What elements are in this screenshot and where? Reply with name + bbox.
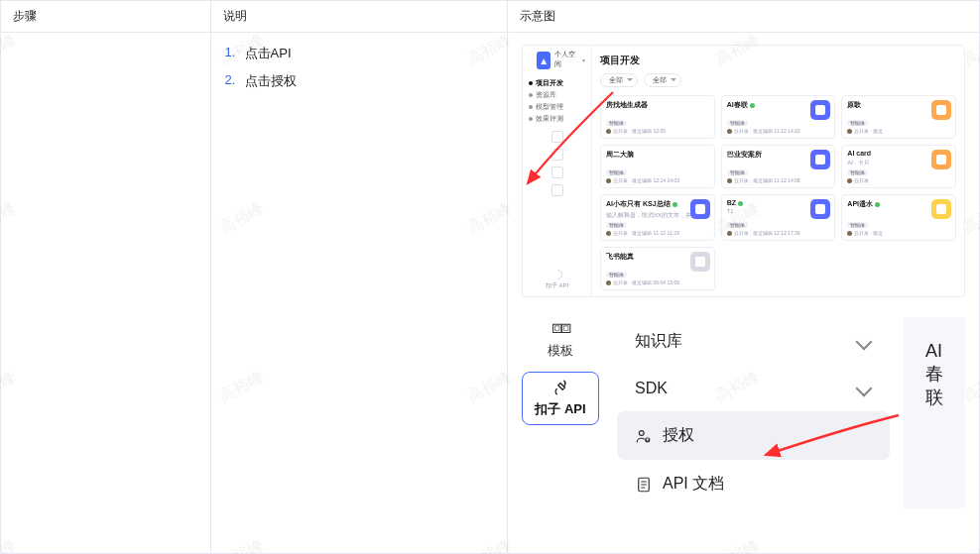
- step-item: 点击授权: [225, 72, 493, 90]
- project-card[interactable]: API遗水智能体云开发 · 最近: [841, 194, 956, 241]
- col-desc-body: 点击API 点击授权: [211, 33, 507, 553]
- card-badge: 智能体: [847, 169, 868, 175]
- menu-item-api-docs[interactable]: API 文档: [617, 460, 890, 508]
- menu-item-label: API 文档: [663, 474, 724, 495]
- col-desc-header: 说明: [211, 1, 507, 33]
- card-badge: 智能体: [847, 120, 868, 126]
- card-meta: 云开发 · 最近编辑 12:12 17:39: [727, 230, 830, 236]
- sidebar-api-label: 扣子 API: [546, 282, 568, 288]
- card-app-icon: [810, 150, 830, 169]
- card-app-icon: [931, 150, 951, 169]
- menu-item-label: 授权: [663, 425, 694, 446]
- col-desc: 说明 点击API 点击授权: [211, 0, 508, 554]
- chevron-down-icon: [856, 381, 873, 397]
- document-icon: [635, 476, 653, 494]
- mini-screenshot: ▲ 个人空间 ▾ 项目开发 资源库 模型管理 效果评测: [522, 45, 965, 297]
- project-card[interactable]: 飞书能真智能体云开发 · 最近编辑 09:04 13:09: [600, 247, 715, 290]
- menu-item-sdk[interactable]: SDK: [617, 366, 890, 411]
- sidebar-item-eval[interactable]: 效果评测: [523, 113, 591, 125]
- sidebar-tool-icons: [523, 131, 591, 196]
- menu-item-knowledge[interactable]: 知识库: [617, 317, 890, 366]
- project-card[interactable]: AI春联智能体云开发 · 最近编辑 11:12 14:22: [721, 95, 836, 139]
- plug-icon: [550, 268, 563, 281]
- card-meta: 云开发 · 最近: [847, 230, 950, 236]
- filters: 全部 全部: [600, 73, 956, 87]
- workspace-name: 个人空间: [554, 50, 577, 69]
- menu-item-auth[interactable]: 授权: [617, 411, 890, 460]
- sidebar-item-model-mgmt[interactable]: 模型管理: [523, 101, 591, 113]
- plug-icon: [551, 379, 569, 396]
- card-title: 巴业安案所: [727, 150, 821, 160]
- card-title: 周二大脑: [606, 150, 700, 160]
- verified-icon: [738, 201, 743, 206]
- card-badge: 智能体: [727, 169, 748, 175]
- filter-select[interactable]: 全部: [644, 73, 681, 87]
- col-diagram-body: ▲ 个人空间 ▾ 项目开发 资源库 模型管理 效果评测: [508, 33, 979, 553]
- card-meta: 云开发 · 最近编辑 11:12 14:22: [727, 128, 830, 134]
- workspace-avatar[interactable]: ▲: [537, 52, 551, 69]
- api-button-label: 扣子 API: [535, 400, 585, 418]
- menu-item-label: 知识库: [635, 331, 682, 352]
- sidebar-tool-icon[interactable]: [551, 166, 563, 178]
- project-card[interactable]: AI cardAI · 卡片智能体云开发: [841, 145, 956, 188]
- cards-grid: 房找地生成器智能体云开发 · 最近编辑 12:05AI春联智能体云开发 · 最近…: [600, 95, 956, 290]
- card-title: 房找地生成器: [606, 100, 700, 110]
- chevron-down-icon[interactable]: ▾: [582, 56, 585, 63]
- card-meta: 云开发 · 最近: [847, 128, 950, 134]
- project-card[interactable]: 周二大脑智能体云开发 · 最近编辑 12:14 14:03: [600, 145, 715, 188]
- project-card[interactable]: 房找地生成器智能体云开发 · 最近编辑 12:05: [600, 95, 715, 139]
- card-title: AI card: [847, 150, 941, 157]
- card-app-icon: [931, 199, 951, 219]
- card-badge: 智能体: [727, 222, 748, 228]
- sidebar-tool-icon[interactable]: [551, 131, 563, 143]
- card-meta: 云开发 · 最近编辑 12:14 14:03: [606, 177, 709, 183]
- sidebar-tool-icon[interactable]: [551, 184, 563, 196]
- svg-rect-2: [647, 439, 649, 441]
- card-title: 原歌: [847, 100, 941, 110]
- card-badge: 智能体: [606, 272, 627, 277]
- sidebar-item-project-dev[interactable]: 项目开发: [523, 77, 591, 89]
- verified-icon: [750, 103, 755, 108]
- filter-select[interactable]: 全部: [600, 73, 638, 87]
- card-badge: 智能体: [847, 222, 868, 228]
- card-title: AI小布只有 KSJ总结: [606, 199, 700, 209]
- three-column-table: 步骤 说明 点击API 点击授权 示意图 ▲ 个人空间 ▾: [0, 0, 980, 554]
- side-preview-card: AI春联: [904, 317, 965, 508]
- sidebar-item-resource[interactable]: 资源库: [523, 89, 591, 101]
- lower-leftcol: ⧈⧈ 模板 扣子 API: [522, 317, 599, 508]
- sidebar-tool-icon[interactable]: [551, 149, 563, 161]
- side-preview-title: AI春联: [925, 341, 943, 407]
- card-app-icon: [690, 252, 710, 272]
- template-button[interactable]: ⧈⧈ 模板: [548, 317, 573, 360]
- card-app-icon: [690, 199, 710, 219]
- card-title: API遗水: [847, 199, 941, 209]
- card-badge: 智能体: [606, 120, 627, 126]
- project-card[interactable]: AI小布只有 KSJ总结输入解释器，取消XX的文本，并分智能体云开发 · 最近编…: [600, 194, 715, 241]
- col-step-header: 步骤: [1, 1, 210, 33]
- user-lock-icon: [635, 427, 653, 445]
- col-diagram: 示意图 ▲ 个人空间 ▾ 项目开发 资源库 模型管理 效果评测: [508, 0, 980, 554]
- template-label: 模板: [548, 342, 573, 360]
- api-submenu: 知识库 SDK 授权: [617, 317, 890, 508]
- mini-sidebar: ▲ 个人空间 ▾ 项目开发 资源库 模型管理 效果评测: [523, 46, 592, 296]
- col-diagram-header: 示意图: [508, 1, 979, 33]
- mini-main: 项目开发 全部 全部 房找地生成器智能体云开发 · 最近编辑 12:05AI春联…: [592, 46, 964, 296]
- card-title: 飞书能真: [606, 252, 700, 262]
- api-button[interactable]: 扣子 API: [522, 372, 599, 425]
- card-app-icon: [931, 100, 951, 120]
- sidebar-api-link[interactable]: 扣子 API: [523, 270, 591, 296]
- card-badge: 智能体: [606, 169, 627, 175]
- card-app-icon: [810, 100, 830, 120]
- step-item: 点击API: [225, 45, 493, 62]
- lower-menu: ⧈⧈ 模板 扣子 API 知识库: [522, 317, 965, 508]
- steps-list: 点击API 点击授权: [225, 45, 493, 90]
- card-badge: 智能体: [727, 120, 748, 126]
- chevron-down-icon: [856, 333, 873, 350]
- project-card[interactable]: BZT1智能体云开发 · 最近编辑 12:12 17:39: [721, 194, 836, 241]
- verified-icon: [673, 202, 677, 207]
- project-card[interactable]: 原歌智能体云开发 · 最近: [841, 95, 956, 139]
- card-meta: 云开发 · 最近编辑 11:12 11:19: [606, 230, 709, 236]
- project-card[interactable]: 巴业安案所智能体云开发 · 最近编辑 11:12 14:08: [721, 145, 836, 188]
- col-step: 步骤: [0, 0, 211, 554]
- card-meta: 云开发 · 最近编辑 09:04 13:09: [606, 279, 709, 285]
